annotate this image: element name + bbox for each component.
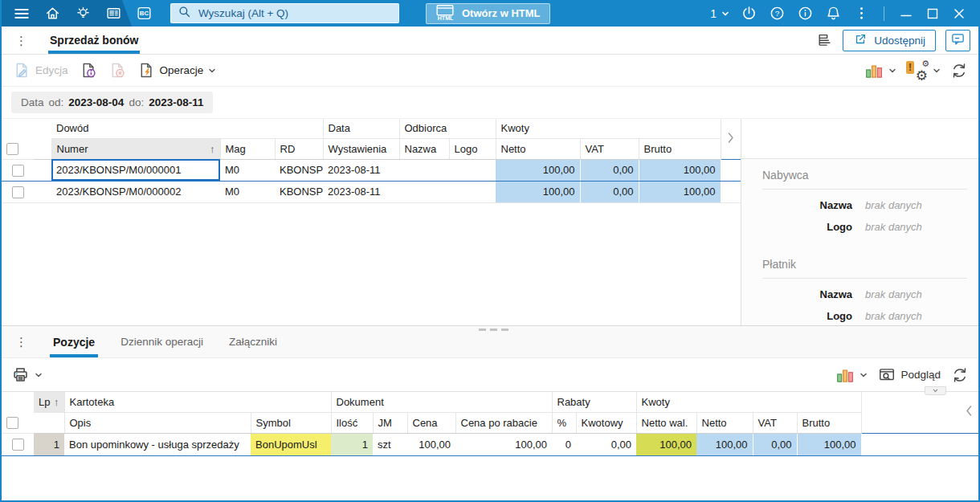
- assistant-bulb-icon[interactable]: [74, 5, 92, 22]
- cell-kwotowy[interactable]: 0,00: [576, 433, 636, 455]
- col-header-netto[interactable]: Netto: [696, 412, 753, 433]
- row-checkbox[interactable]: [12, 165, 24, 177]
- share-button[interactable]: Udostępnij: [843, 30, 936, 51]
- group-header-kwoty[interactable]: Kwoty: [636, 392, 861, 412]
- tab-dziennik-operacji[interactable]: Dziennik operacji: [108, 326, 216, 357]
- group-header-kartoteka[interactable]: Kartoteka: [64, 392, 331, 412]
- cell-rd[interactable]: KBONSP: [275, 181, 323, 202]
- cell-netto[interactable]: 100,00: [496, 159, 580, 181]
- document-row-2[interactable]: 2023/KBONSP/M0/000002 M0 KBONSP 2023-08-…: [2, 181, 741, 202]
- workspace-switcher[interactable]: 1: [710, 7, 729, 20]
- bell-icon[interactable]: [824, 5, 842, 22]
- cell-netto[interactable]: 100,00: [496, 181, 580, 202]
- col-header-lp[interactable]: Lp↑: [34, 392, 64, 412]
- col-header-nazwa[interactable]: Nazwa: [399, 138, 449, 159]
- cell-brutto[interactable]: 100,00: [797, 433, 861, 455]
- col-header-logo[interactable]: Logo: [449, 138, 496, 159]
- cell-jm[interactable]: szt: [373, 433, 407, 455]
- power-icon[interactable]: [740, 5, 757, 22]
- col-header-netto-wal[interactable]: Netto wal.: [636, 412, 696, 433]
- cell-numer[interactable]: 2023/KBONSP/M0/000002: [51, 181, 220, 202]
- row-checkbox[interactable]: [12, 439, 24, 451]
- maximize-button[interactable]: [925, 6, 941, 22]
- cell-numer[interactable]: 2023/KBONSP/M0/000001: [51, 159, 220, 181]
- col-header-cena[interactable]: Cena: [407, 412, 455, 433]
- col-header-mag[interactable]: Mag: [220, 138, 275, 159]
- col-header-brutto[interactable]: Brutto: [639, 138, 721, 159]
- subtab-options-icon[interactable]: ⋮: [2, 336, 40, 348]
- col-header-jm[interactable]: JM: [373, 412, 407, 433]
- item-row-1[interactable]: 1 Bon upominkowy - usługa sprzedaży BonU…: [2, 433, 978, 455]
- document-row-1[interactable]: 2023/KBONSP/M0/000001 M0 KBONSP 2023-08-…: [2, 159, 741, 181]
- cell-cena[interactable]: 100,00: [407, 433, 455, 455]
- cell-ilosc[interactable]: 1: [331, 433, 373, 455]
- preview-button[interactable]: Podgląd: [878, 366, 941, 384]
- help-icon[interactable]: ?: [768, 5, 786, 22]
- open-in-html-button[interactable]: HTML Otwórz w HTML: [426, 3, 550, 24]
- cell-netto[interactable]: 100,00: [696, 433, 753, 455]
- group-header-dokument[interactable]: Dokument: [331, 392, 552, 412]
- date-filter-chip[interactable]: Data od: 2023-08-04 do: 2023-08-11: [11, 92, 213, 113]
- cell-logo[interactable]: [449, 159, 496, 181]
- cell-nazwa[interactable]: [399, 181, 449, 202]
- col-header-vat[interactable]: VAT: [580, 138, 639, 159]
- col-header-cena-po-rabacie[interactable]: Cena po rabacie: [455, 412, 552, 433]
- row-checkbox[interactable]: [12, 186, 24, 198]
- cell-symbol[interactable]: BonUpomUsl: [251, 433, 331, 455]
- col-header-netto[interactable]: Netto: [496, 138, 580, 159]
- col-header-ilosc[interactable]: Ilość: [331, 412, 373, 433]
- panel-collapse-icon[interactable]: [861, 392, 978, 433]
- col-header-rd[interactable]: RD: [275, 138, 323, 159]
- cell-nazwa[interactable]: [399, 159, 449, 181]
- more-options-icon[interactable]: [852, 5, 870, 22]
- refresh-button[interactable]: [950, 62, 968, 80]
- tab-sprzedaz-bonow[interactable]: Sprzedaż bonów: [40, 27, 148, 54]
- cell-brutto[interactable]: 100,00: [639, 159, 721, 181]
- cell-rd[interactable]: KBONSP: [275, 159, 323, 181]
- select-all-checkbox[interactable]: [6, 143, 18, 155]
- cell-logo[interactable]: [449, 181, 496, 202]
- feedback-button[interactable]: [945, 30, 970, 51]
- cell-lp[interactable]: 1: [34, 433, 64, 455]
- tab-zalaczniki[interactable]: Załączniki: [216, 326, 290, 357]
- edit-button[interactable]: Edycja: [12, 61, 68, 80]
- global-search[interactable]: [170, 3, 399, 23]
- document-info-button[interactable]: [79, 61, 97, 80]
- cell-opis[interactable]: Bon upominkowy - usługa sprzedaży: [64, 433, 251, 455]
- settings-warning-button[interactable]: ! ⚙ ⚙: [906, 61, 941, 80]
- group-header-odbiorca[interactable]: Odbiorca: [399, 119, 496, 138]
- home-icon[interactable]: [43, 5, 61, 22]
- bc-icon[interactable]: BC: [135, 5, 153, 22]
- cell-cena-po-rabacie[interactable]: 100,00: [455, 433, 552, 455]
- select-all-checkbox[interactable]: [6, 417, 18, 429]
- panel-expand-icon[interactable]: [721, 119, 741, 159]
- operations-button[interactable]: Operacje: [137, 61, 217, 80]
- cell-mag[interactable]: M0: [220, 181, 275, 202]
- group-header-dowod[interactable]: Dowód: [51, 119, 323, 138]
- col-header-symbol[interactable]: Symbol: [251, 412, 331, 433]
- info-icon[interactable]: [796, 5, 814, 22]
- tab-options-icon[interactable]: ⋮: [2, 35, 40, 47]
- news-icon[interactable]: [104, 5, 122, 22]
- col-header-brutto[interactable]: Brutto: [797, 412, 861, 433]
- print-button[interactable]: [11, 365, 43, 384]
- cell-netto-wal[interactable]: 100,00: [636, 433, 696, 455]
- col-header-kwotowy[interactable]: Kwotowy: [576, 412, 636, 433]
- col-header-procent[interactable]: %: [552, 412, 576, 433]
- group-header-data[interactable]: Data: [323, 119, 399, 138]
- group-header-rabaty[interactable]: Rabaty: [552, 392, 636, 412]
- group-header-kwoty[interactable]: Kwoty: [496, 119, 721, 138]
- search-input[interactable]: [197, 6, 392, 20]
- cell-procent[interactable]: 0: [552, 433, 576, 455]
- cell-wystawienia[interactable]: 2023-08-11: [323, 181, 399, 202]
- document-cancel-button[interactable]: [108, 61, 126, 80]
- close-button[interactable]: [951, 6, 967, 22]
- col-header-wystawienia[interactable]: Wystawienia: [323, 138, 399, 159]
- items-chart-view-button[interactable]: [835, 366, 868, 384]
- tab-pozycje[interactable]: Pozycje: [40, 326, 108, 357]
- window-layout-icon[interactable]: [816, 32, 833, 49]
- chart-view-button[interactable]: [864, 62, 896, 80]
- cell-vat[interactable]: 0,00: [580, 181, 639, 202]
- col-header-opis[interactable]: Opis: [64, 412, 251, 433]
- col-header-vat[interactable]: VAT: [753, 412, 797, 433]
